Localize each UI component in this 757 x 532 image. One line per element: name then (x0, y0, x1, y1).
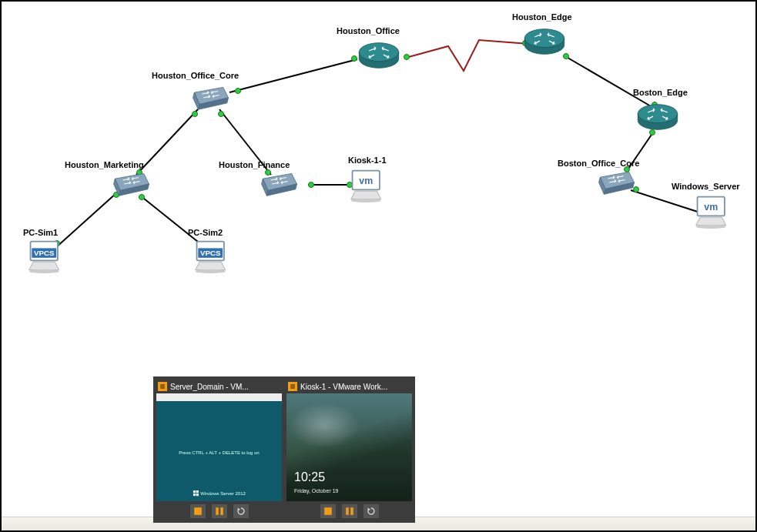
node-pc-sim2[interactable]: PC-Sim2 VPCS (193, 239, 231, 276)
preview-thumbnail[interactable]: 10:25 Friday, October 19 (286, 393, 412, 501)
port (235, 88, 241, 94)
node-houston-office-core[interactable]: Houston_Office_Core (189, 85, 229, 112)
port (404, 54, 410, 60)
vpcs-icon: VPCS (26, 239, 65, 274)
svg-rect-30 (193, 494, 195, 496)
node-label: Houston_Office_Core (152, 71, 239, 80)
switch-icon (595, 169, 635, 196)
link-bostoncore-server (631, 190, 702, 213)
preview-controls (156, 501, 282, 520)
vpcs-icon: VPCS (193, 239, 231, 274)
restart-button[interactable] (363, 504, 379, 518)
svg-rect-34 (220, 507, 223, 515)
node-houston-edge[interactable]: Houston_Edge (521, 26, 568, 59)
lock-text: Press CTRL + ALT + DELETE to log on (179, 450, 259, 455)
preview-title-text: Kiosk-1 - VMware Work... (300, 383, 387, 391)
router-icon (356, 40, 402, 71)
vm-badge-text: vm (359, 176, 373, 186)
taskbar-previews: ▥ Server_Domain - VM... Press CTRL + ALT… (153, 376, 415, 523)
node-houston-office[interactable]: Houston_Office (356, 40, 402, 72)
svg-rect-36 (346, 507, 349, 515)
node-kiosk[interactable]: Kiosk-1-1 vm (348, 168, 387, 205)
preview-title: ▥ Server_Domain - VM... (156, 380, 282, 393)
node-label: Kiosk-1-1 (348, 156, 387, 165)
vmware-icon: ▥ (288, 382, 297, 391)
preview-kiosk[interactable]: ▥ Kiosk-1 - VMware Work... 10:25 Friday,… (286, 380, 412, 520)
node-label: PC-Sim2 (188, 228, 223, 237)
svg-point-19 (696, 225, 726, 229)
vmware-icon: ▥ (158, 382, 167, 391)
svg-point-16 (351, 199, 381, 202)
topology-canvas[interactable]: Houston_Office_Core Houston_Office Houst… (2, 2, 755, 530)
node-boston-edge[interactable]: Boston_Edge (635, 102, 681, 134)
svg-rect-33 (216, 507, 219, 515)
restart-button[interactable] (233, 504, 249, 518)
node-label: Houston_Edge (512, 12, 572, 22)
lock-clock: 10:25 (294, 470, 325, 484)
svg-rect-29 (196, 490, 198, 493)
windows-icon (193, 490, 199, 497)
node-houston-finance[interactable]: Houston_Finance (257, 171, 297, 199)
node-label: Boston_Office_Core (558, 159, 639, 168)
branding: Windows Server 2012 (193, 490, 246, 497)
svg-point-23 (29, 269, 59, 273)
router-icon (521, 26, 568, 57)
play-button[interactable] (320, 504, 336, 518)
svg-rect-37 (350, 507, 353, 515)
svg-rect-31 (196, 494, 198, 496)
preview-title-text: Server_Domain - VM... (170, 383, 249, 391)
switch-icon (257, 171, 297, 197)
pause-button[interactable] (342, 504, 357, 518)
node-pc-sim1[interactable]: PC-Sim1 VPCS (26, 239, 65, 276)
vm-icon: vm (348, 168, 387, 203)
link-core-marketing (136, 109, 198, 175)
svg-rect-32 (194, 507, 202, 515)
svg-text:VPCS: VPCS (200, 249, 221, 257)
node-label: Boston_Edge (633, 88, 688, 97)
router-icon (635, 102, 681, 132)
play-button[interactable] (190, 504, 206, 518)
node-label: Houston_Office (337, 26, 400, 35)
pause-button[interactable] (212, 504, 227, 518)
node-boston-office-core[interactable]: Boston_Office_Core (595, 169, 635, 197)
link-marketing-sim1 (55, 192, 117, 248)
switch-icon (109, 171, 149, 197)
node-label: Windows_Server (672, 182, 740, 191)
svg-text:vm: vm (704, 202, 718, 212)
svg-rect-28 (193, 490, 195, 493)
preview-thumbnail[interactable]: Press CTRL + ALT + DELETE to log on Wind… (156, 393, 282, 501)
node-label: PC-Sim1 (23, 228, 58, 237)
preview-controls (286, 501, 412, 520)
port (308, 182, 314, 188)
node-houston-marketing[interactable]: Houston_Marketing (109, 171, 149, 199)
svg-point-27 (196, 269, 226, 273)
node-windows-server[interactable]: Windows_Server vm (693, 194, 732, 231)
vm-icon: vm (693, 194, 732, 229)
link-office-edge-serial (406, 40, 529, 71)
preview-server-domain[interactable]: ▥ Server_Domain - VM... Press CTRL + ALT… (156, 380, 282, 520)
svg-text:VPCS: VPCS (34, 249, 55, 257)
node-label: Houston_Finance (219, 160, 290, 169)
link-core-office (229, 59, 357, 92)
switch-icon (189, 85, 229, 111)
lock-date: Friday, October 19 (294, 488, 338, 494)
preview-title: ▥ Kiosk-1 - VMware Work... (286, 380, 412, 393)
svg-rect-35 (324, 507, 332, 515)
node-label: Houston_Marketing (65, 160, 144, 169)
